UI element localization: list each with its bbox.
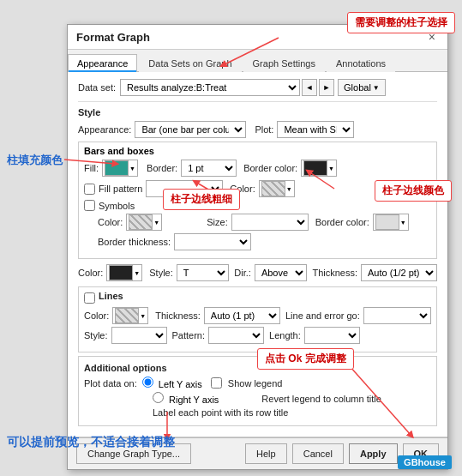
revert-label: Revert legend to column title [261, 394, 381, 404]
size-select[interactable] [231, 214, 309, 231]
border-label: Border: [147, 163, 177, 173]
lines-length-select[interactable] [304, 327, 360, 344]
show-legend-label: Show legend [228, 378, 283, 389]
dataset-row: Data set: Results analyze:B:Treat ◄ ► Gl… [78, 79, 437, 102]
global-btn[interactable]: Global ▼ [338, 79, 386, 96]
err-color-swatch [109, 265, 133, 280]
fill-pattern-color-swatch [261, 181, 285, 196]
global-dropdown-arrow: ▼ [373, 84, 380, 92]
border-color-arrow: ▼ [328, 166, 334, 172]
line-error-select[interactable] [363, 307, 431, 324]
err-dir-select[interactable]: Above [255, 264, 308, 281]
appearance-label: Appearance: [78, 124, 131, 135]
lines-pattern-select[interactable] [208, 327, 264, 344]
lines-checkbox[interactable] [84, 292, 95, 304]
lines-thickness-select[interactable]: Auto (1 pt) [204, 307, 280, 324]
lines-detail-row: Color: ▼ Thickness: Auto (1 pt) Line and… [84, 307, 431, 324]
border-thickness-row: Border thickness: [84, 233, 431, 250]
help-btn[interactable]: Help [245, 443, 287, 464]
style-section-label: Style [78, 107, 437, 117]
color2-label: Color: [98, 217, 123, 227]
symbols-checkbox[interactable] [84, 200, 95, 211]
symbol-color-swatch [129, 214, 153, 230]
error-bars-row: Color: ▼ Style: T Dir.: Above Thickness:… [78, 262, 437, 283]
appearance-select[interactable]: Bar (one bar per column) [135, 121, 246, 138]
lines-style-row: Style: Pattern: Length: [84, 327, 431, 344]
tab-graph-settings[interactable]: Graph Settings [243, 54, 325, 72]
symbol-color-btn[interactable]: ▼ [126, 214, 162, 231]
fill-color-btn[interactable]: ▼ [102, 160, 138, 177]
cancel-btn[interactable]: Cancel [292, 443, 344, 464]
border-color-swatch [303, 160, 327, 176]
fill-pattern-color-btn[interactable]: ▼ [259, 180, 295, 197]
callout-bar-fill: 柱填充颜色 [7, 153, 63, 168]
symbols-label: Symbols [99, 201, 135, 211]
lines-section: Lines Color: ▼ Thickness: Auto (1 pt) Li… [78, 286, 437, 352]
lines-color-btn[interactable]: ▼ [112, 307, 148, 324]
fill-row: Fill: ▼ Border: 1 pt Border color: ▼ [84, 160, 431, 177]
addl-label-row: Label each point with its row title [153, 407, 431, 418]
left-y-label[interactable]: Left Y axis [142, 377, 202, 389]
tab-appearance[interactable]: Appearance [68, 54, 137, 72]
plot-label: Plot: [255, 124, 273, 135]
dataset-prev-btn[interactable]: ◄ [302, 79, 317, 96]
fill-pattern-checkbox[interactable] [84, 184, 95, 195]
lines-color-swatch [115, 308, 139, 323]
err-thickness-select[interactable]: Auto (1/2 pt) [361, 264, 437, 281]
symbols-detail-row: Color: ▼ Size: Border color: ▼ [84, 214, 431, 231]
fill-color-swatch [105, 160, 129, 176]
addl-right-row: Right Y axis Revert legend to column tit… [153, 392, 431, 405]
show-legend-checkbox[interactable] [211, 377, 222, 389]
tab-data-sets[interactable]: Data Sets on Graph [139, 54, 241, 72]
callout-preview: 可以提前预览，不适合接着调整 [7, 435, 175, 450]
gbhouse-logo: GBhouse [398, 455, 452, 469]
addl-plot-row: Plot data on: Left Y axis Show legend [84, 377, 431, 389]
lines-style-label: Style: [84, 330, 108, 340]
err-color-label: Color: [78, 268, 103, 278]
err-style-select[interactable]: T [177, 264, 230, 281]
lines-style-select[interactable] [111, 327, 167, 344]
border-select[interactable]: 1 pt [181, 160, 237, 177]
err-style-label: Style: [149, 268, 173, 278]
err-thickness-label: Thickness: [312, 268, 357, 278]
lines-pattern-label: Pattern: [172, 330, 206, 340]
fill-label: Fill: [84, 163, 99, 173]
style-row: Appearance: Bar (one bar per column) Plo… [78, 121, 437, 138]
fill-pattern-label: Fill pattern [99, 184, 142, 194]
right-y-radio[interactable] [153, 392, 164, 403]
callout-ok-done: 点击 Ok 完成调整 [257, 348, 354, 370]
lines-label: Lines [99, 291, 123, 301]
border-thickness-label: Border thickness: [98, 237, 171, 247]
label-each-label: Label each point with its row title [153, 407, 288, 418]
border-thickness-select[interactable] [174, 233, 251, 250]
apply-btn[interactable]: Apply [349, 443, 398, 464]
border-color-label: Border color: [243, 163, 297, 173]
dataset-label: Data set: [78, 82, 116, 93]
symbol-border-color-swatch [375, 214, 399, 230]
dataset-next-btn[interactable]: ► [319, 79, 334, 96]
tabs-bar: Appearance Data Sets on Graph Graph Sett… [68, 50, 447, 72]
border-color-btn[interactable]: ▼ [301, 160, 337, 177]
plot-data-label: Plot data on: [84, 378, 137, 389]
lines-color-label: Color: [84, 310, 109, 321]
callout-column-select: 需要调整的柱子选择 [347, 12, 455, 33]
lines-length-label: Length: [269, 330, 301, 340]
dataset-select[interactable]: Results analyze:B:Treat [120, 79, 300, 96]
left-y-radio[interactable] [142, 377, 153, 388]
size-label: Size: [207, 217, 227, 227]
callout-border-thin: 柱子边线粗细 [163, 189, 240, 210]
right-y-label[interactable]: Right Y axis [153, 392, 219, 405]
tab-annotations[interactable]: Annotations [327, 54, 395, 72]
line-error-label: Line and error go: [285, 310, 360, 321]
symbol-border-color-btn[interactable]: ▼ [373, 214, 409, 231]
dialog-title: Format Graph [76, 31, 150, 44]
plot-select[interactable]: Mean with SD [277, 121, 354, 138]
lines-thickness-label: Thickness: [155, 310, 201, 321]
format-graph-dialog: Format Graph × Appearance Data Sets on G… [67, 24, 448, 470]
err-color-btn[interactable]: ▼ [106, 264, 142, 281]
border-color2-label: Border color: [315, 217, 369, 227]
lines-checkbox-row: Lines [84, 291, 431, 304]
callout-border-color: 柱子边线颜色 [375, 180, 452, 202]
bars-title: Bars and boxes [84, 146, 431, 156]
dialog-content: Data set: Results analyze:B:Treat ◄ ► Gl… [68, 72, 447, 437]
